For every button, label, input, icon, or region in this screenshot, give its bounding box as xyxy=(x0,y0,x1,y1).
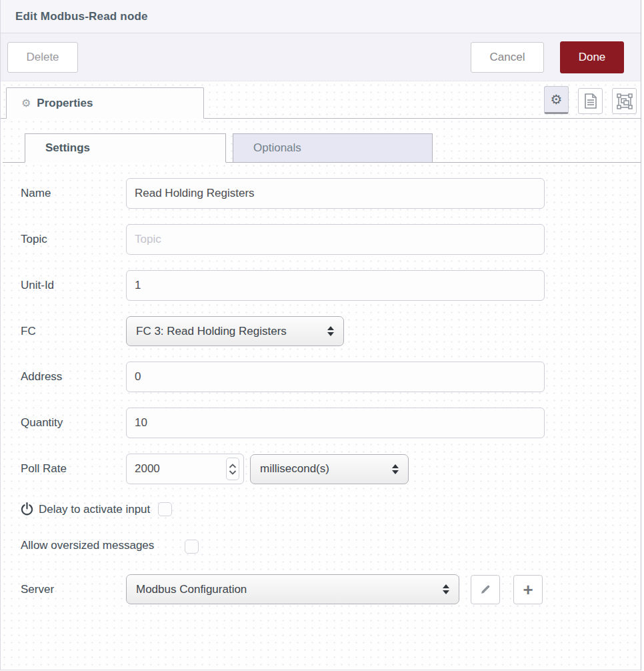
server-select-value: Modbus Configuration xyxy=(136,583,436,596)
settings-optionals-tabs: Settings Optionals xyxy=(3,133,641,163)
select-arrows-icon xyxy=(443,584,449,594)
add-server-button[interactable]: + xyxy=(513,575,543,604)
quantity-label: Quantity xyxy=(21,416,126,430)
topic-row: Topic xyxy=(21,224,641,255)
server-label: Server xyxy=(21,583,126,596)
unit-id-row: Unit-Id xyxy=(21,270,641,301)
properties-panel: Settings Optionals Name Topic Unit-Id xyxy=(1,119,641,604)
dialog-toolbar: Delete Cancel Done xyxy=(1,33,641,81)
appearance-button[interactable] xyxy=(612,88,637,114)
name-input[interactable] xyxy=(126,178,545,209)
appearance-icon xyxy=(617,93,633,109)
gear-icon: ⚙ xyxy=(21,97,31,109)
select-arrows-icon xyxy=(327,326,334,336)
edit-node-dialog: Edit Modbus-Read node Delete Cancel Done… xyxy=(0,0,641,670)
quantity-row: Quantity xyxy=(21,408,641,438)
power-icon xyxy=(21,502,33,516)
editor-tab-bar: ⚙ Properties ⚙ xyxy=(1,81,641,119)
server-select[interactable]: Modbus Configuration xyxy=(126,574,459,604)
unit-id-input[interactable] xyxy=(126,270,545,301)
tab-settings[interactable]: Settings xyxy=(25,133,226,163)
tab-properties[interactable]: ⚙ Properties xyxy=(6,87,204,119)
address-input[interactable] xyxy=(126,362,545,392)
description-button[interactable] xyxy=(578,88,603,114)
topic-label: Topic xyxy=(21,233,126,246)
done-button[interactable]: Done xyxy=(560,41,624,73)
name-label: Name xyxy=(21,187,126,200)
oversized-checkbox[interactable] xyxy=(185,540,199,554)
fc-label: FC xyxy=(21,325,126,338)
server-row: Server Modbus Configuration + xyxy=(21,574,641,604)
topic-input[interactable] xyxy=(126,224,545,255)
fc-select-value: FC 3: Read Holding Registers xyxy=(136,325,321,338)
pencil-icon xyxy=(479,584,491,596)
address-row: Address xyxy=(21,362,641,392)
select-arrows-icon xyxy=(392,464,399,474)
oversized-label: Allow oversized messages xyxy=(21,534,185,556)
poll-rate-unit-value: millisecond(s) xyxy=(260,462,385,476)
edit-server-button[interactable] xyxy=(471,575,500,604)
poll-rate-input[interactable] xyxy=(135,462,226,476)
editor-body: ⚙ Properties ⚙ xyxy=(1,81,641,670)
description-icon xyxy=(584,93,597,109)
name-row: Name xyxy=(21,178,641,209)
dialog-header: Edit Modbus-Read node xyxy=(1,0,641,33)
cancel-button[interactable]: Cancel xyxy=(471,42,544,73)
gear-icon: ⚙ xyxy=(551,91,563,107)
editor-icon-buttons: ⚙ xyxy=(544,86,637,118)
poll-rate-row: Poll Rate millisecond(s) xyxy=(21,454,641,484)
delete-button[interactable]: Delete xyxy=(7,42,78,73)
tab-optionals[interactable]: Optionals xyxy=(233,133,433,163)
delay-row: Delay to activate input xyxy=(21,502,641,516)
delay-checkbox[interactable] xyxy=(158,502,172,516)
oversized-row: Allow oversized messages xyxy=(21,534,641,556)
quantity-input[interactable] xyxy=(126,408,545,438)
settings-tab-label: Settings xyxy=(45,141,90,155)
poll-rate-label: Poll Rate xyxy=(21,462,126,476)
poll-rate-unit-select[interactable]: millisecond(s) xyxy=(250,454,409,484)
fc-select[interactable]: FC 3: Read Holding Registers xyxy=(126,316,344,346)
page-title: Edit Modbus-Read node xyxy=(15,10,148,23)
unit-id-label: Unit-Id xyxy=(21,279,126,292)
address-label: Address xyxy=(21,370,126,384)
optionals-tab-label: Optionals xyxy=(253,141,301,155)
stepper-icon[interactable] xyxy=(226,458,239,480)
plus-icon: + xyxy=(523,581,533,598)
fc-row: FC FC 3: Read Holding Registers xyxy=(21,316,641,346)
properties-tab-label: Properties xyxy=(37,97,93,110)
edit-properties-button[interactable]: ⚙ xyxy=(544,86,569,114)
delay-label: Delay to activate input xyxy=(39,503,150,516)
poll-rate-input-wrap xyxy=(126,454,244,484)
